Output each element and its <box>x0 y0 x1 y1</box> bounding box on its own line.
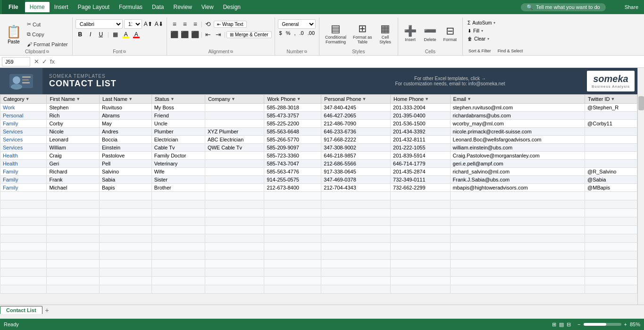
table-row-empty[interactable] <box>0 268 637 277</box>
cell-styles-btn[interactable]: ▦ CellStyles <box>376 21 395 46</box>
table-row[interactable]: Services Leonard Boccia Electrician ABC … <box>0 136 637 144</box>
menu-data[interactable]: Data <box>147 2 168 12</box>
filter-status[interactable]: ▼ <box>170 97 175 101</box>
filter-firstname[interactable]: ▼ <box>76 97 80 101</box>
sheet-tab-contact-list[interactable]: Contact List <box>0 306 42 314</box>
merge-center-button[interactable]: ⊞ Merge & Center <box>226 31 272 38</box>
decrease-font-btn[interactable]: A⬇ <box>154 19 164 29</box>
fill-button[interactable]: ⬇ Fill ▾ <box>466 27 497 34</box>
function-btn[interactable]: fx <box>50 58 55 65</box>
filter-workphone[interactable]: ▼ <box>297 97 301 101</box>
table-row-empty[interactable] <box>0 200 637 209</box>
align-top-right[interactable]: ≡ <box>191 19 200 29</box>
decrease-decimal[interactable]: .0 <box>298 30 305 36</box>
table-row-empty[interactable] <box>0 192 637 200</box>
format-as-table-btn[interactable]: ⊞ Format asTable <box>350 21 375 46</box>
formula-input[interactable] <box>59 58 642 65</box>
add-sheet-btn[interactable]: + <box>45 306 49 314</box>
menu-design[interactable]: Design <box>218 2 245 12</box>
menu-review[interactable]: Review <box>168 2 196 12</box>
align-top-left[interactable]: ≡ <box>170 19 179 29</box>
table-row-empty[interactable] <box>0 217 637 226</box>
table-row-empty[interactable] <box>0 226 637 234</box>
percent-btn[interactable]: % <box>284 30 292 36</box>
filter-twitter[interactable]: ▼ <box>611 97 615 101</box>
table-row[interactable]: Family Corby May Uncle 585-225-2200 212-… <box>0 120 637 128</box>
font-expand[interactable]: ⧉ <box>123 50 126 54</box>
table-row-empty[interactable] <box>0 209 637 217</box>
cancel-formula-btn[interactable]: ✕ <box>34 58 39 65</box>
alignment-expand[interactable]: ⧉ <box>230 50 233 54</box>
italic-button[interactable]: I <box>86 30 95 39</box>
align-center[interactable]: ⬛ <box>180 30 190 39</box>
font-size-select[interactable]: 11 <box>124 19 142 29</box>
menu-home[interactable]: Home <box>25 2 50 12</box>
menu-view[interactable]: View <box>197 2 218 12</box>
orientation-btn[interactable]: ⟲ <box>203 19 213 29</box>
filter-email[interactable]: ▼ <box>467 97 471 101</box>
table-row-empty[interactable] <box>0 285 637 294</box>
font-family-select[interactable]: Calibri <box>75 19 123 29</box>
table-row[interactable]: Family Michael Bapis Brother 212-673-840… <box>0 184 637 192</box>
cut-button[interactable]: ✂ Cut <box>25 20 70 29</box>
vertical-scrollbar[interactable] <box>637 68 644 305</box>
align-left[interactable]: ⬛ <box>170 30 179 39</box>
insert-btn[interactable]: ➕ Insert <box>401 21 420 46</box>
decrease-indent[interactable]: ⇤ <box>203 30 213 39</box>
conditional-formatting-btn[interactable]: ▤ ConditionalFormatting <box>322 21 349 46</box>
currency-btn[interactable]: $ <box>278 30 284 36</box>
table-row-empty[interactable] <box>0 234 637 243</box>
table-row[interactable]: Family Frank Sabia Sister 914-255-0575 3… <box>0 176 637 184</box>
table-row-empty[interactable] <box>0 260 637 268</box>
menu-insert[interactable]: Insert <box>50 2 73 12</box>
number-format-select[interactable]: General <box>278 19 316 29</box>
comma-btn[interactable]: , <box>293 30 297 36</box>
align-right[interactable]: ⬛ <box>191 30 200 39</box>
find-select-btn[interactable]: Find & Select <box>495 44 526 58</box>
clear-button[interactable]: 🗑 Clear ▾ <box>466 35 497 42</box>
confirm-formula-btn[interactable]: ✓ <box>42 58 47 65</box>
table-row[interactable]: Personal Rich Abrams Friend 585-473-3757… <box>0 112 637 120</box>
table-row[interactable]: Work Stephen Ruvituso My Boss 585-288-30… <box>0 104 637 112</box>
sheet-content[interactable]: SOMEKA TEMPLATES CONTACT LIST For other … <box>0 68 637 305</box>
clear-icon: 🗑 <box>468 36 472 41</box>
underline-button[interactable]: U <box>96 30 106 39</box>
format-painter-button[interactable]: 🖌 Format Painter <box>25 40 70 49</box>
filter-homephone[interactable]: ▼ <box>425 97 429 101</box>
filter-personalphone[interactable]: ▼ <box>362 97 367 101</box>
filter-company[interactable]: ▼ <box>231 97 235 101</box>
clipboard-expand[interactable]: ⧉ <box>46 50 49 54</box>
table-row-empty[interactable] <box>0 243 637 251</box>
increase-decimal[interactable]: .00 <box>306 30 316 36</box>
table-row-empty[interactable] <box>0 277 637 285</box>
number-expand[interactable]: ⧉ <box>304 50 307 54</box>
delete-btn[interactable]: ➖ Delete <box>421 21 440 46</box>
fill-color-button[interactable]: A <box>121 30 131 39</box>
share-button[interactable]: Share <box>625 4 638 10</box>
filter-category[interactable]: ▼ <box>25 97 30 101</box>
table-row[interactable]: Services William Einstein Cable Tv QWE C… <box>0 144 637 152</box>
paste-button[interactable]: 📋 Paste <box>4 20 24 49</box>
filter-lastname[interactable]: ▼ <box>128 97 133 101</box>
autosum-button[interactable]: Σ AutoSum ▾ <box>466 19 497 26</box>
format-btn[interactable]: ⊟ Format <box>441 21 460 46</box>
align-top-center[interactable]: ≡ <box>180 19 190 29</box>
bold-button[interactable]: B <box>75 30 85 39</box>
menu-page-layout[interactable]: Page Layout <box>73 2 114 12</box>
increase-indent[interactable]: ⇥ <box>214 30 223 39</box>
table-row-empty[interactable] <box>0 251 637 260</box>
menu-file[interactable]: File <box>2 0 25 14</box>
wrap-text-button[interactable]: ⇤ Wrap Text <box>214 21 247 28</box>
search-bar[interactable]: 🔍 Tell me what you want to do <box>521 3 606 11</box>
increase-font-btn[interactable]: A⬆ <box>143 19 153 29</box>
table-row[interactable]: Services Nicole Andres Plumber XYZ Plumb… <box>0 128 637 136</box>
table-row[interactable]: Health Craig Pastolove Family Doctor 585… <box>0 152 637 160</box>
font-color-button[interactable]: A <box>132 30 141 39</box>
table-row[interactable]: Health Geri Pell Veterinary 585-743-7047… <box>0 160 637 168</box>
copy-button[interactable]: ⧉ Copy <box>25 30 70 39</box>
table-row[interactable]: Family Richard Salvino Wife 585-563-4776… <box>0 168 637 176</box>
menu-formulas[interactable]: Formulas <box>114 2 147 12</box>
cell-reference[interactable]: J59 <box>2 57 30 66</box>
border-button[interactable]: ▦ <box>111 30 120 39</box>
sort-filter-btn[interactable]: Sort & Filter <box>466 44 494 58</box>
